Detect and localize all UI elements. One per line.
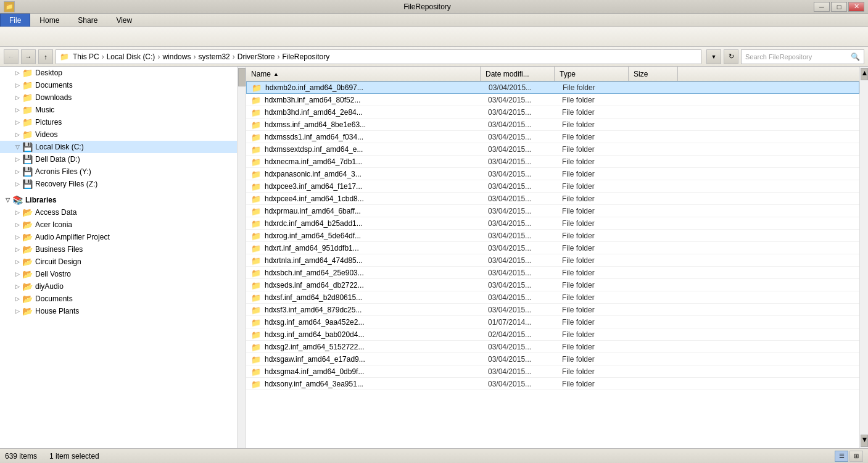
breadcrumb-local-disk[interactable]: Local Disk (C:) xyxy=(107,52,155,61)
table-row[interactable]: 📁 hdxmss.inf_amd64_8be1e63... 03/04/2015… xyxy=(246,119,859,131)
sidebar-item-local-disk[interactable]: ▽ 💾 Local Disk (C:) xyxy=(0,141,237,153)
file-type: File folder xyxy=(557,244,631,252)
drive-icon: 💾 xyxy=(22,179,33,189)
file-list-scrollbar[interactable]: ▲ ▼ xyxy=(859,67,868,448)
sidebar-item-house-plants[interactable]: ▷ 📂 House Plants xyxy=(0,305,237,317)
expand-icon: ▷ xyxy=(12,257,22,267)
tab-home[interactable]: Home xyxy=(30,14,68,27)
table-row[interactable]: 📁 hdxsg2.inf_amd64_5152722... 03/04/2015… xyxy=(246,341,859,353)
table-row[interactable]: 📁 hdxpcee4.inf_amd64_1cbd8... 03/04/2015… xyxy=(246,193,859,205)
breadcrumb-folder-icon: 📁 xyxy=(60,52,69,61)
table-row[interactable]: 📁 hdxrog.inf_amd64_5de64df... 03/04/2015… xyxy=(246,230,859,242)
col-header-name[interactable]: Name ▲ xyxy=(246,67,481,81)
sidebar-item-music[interactable]: ▷ 📁 Music xyxy=(0,104,237,116)
table-row[interactable]: 📁 hdxnecma.inf_amd64_7db1... 03/04/2015.… xyxy=(246,156,859,168)
scrollbar-thumb-top[interactable]: ▲ xyxy=(861,68,868,80)
library-folder-icon: 📂 xyxy=(22,232,33,242)
scrollbar-thumb[interactable] xyxy=(238,68,246,86)
nav-up-button[interactable]: ↑ xyxy=(38,49,53,64)
col-header-date[interactable]: Date modifi... xyxy=(481,67,555,81)
tab-file[interactable]: File xyxy=(0,14,30,27)
table-row[interactable]: 📁 hdxmb3h.inf_amd64_80f52... 03/04/2015.… xyxy=(246,94,859,106)
col-header-type[interactable]: Type xyxy=(555,67,629,81)
search-icon[interactable]: 🔍 xyxy=(851,52,860,61)
sidebar-item-acronis[interactable]: ▷ 💾 Acronis Files (Y:) xyxy=(0,165,237,178)
app-icon: 📁 xyxy=(4,1,15,12)
table-row[interactable]: 📁 hdxsg.inf_amd64_9aa452e2... 01/07/2014… xyxy=(246,316,859,328)
sidebar-item-desktop[interactable]: ▷ 📁 Desktop xyxy=(0,67,237,79)
table-row[interactable]: 📁 hdxrtnla.inf_amd64_474d85... 03/04/201… xyxy=(246,254,859,267)
table-row[interactable]: 📁 hdxmb2o.inf_amd64_0b697... 03/04/2015.… xyxy=(246,81,859,94)
nav-back-button[interactable]: ← xyxy=(4,49,19,64)
table-row[interactable]: 📁 hdxsgaw.inf_amd64_e17ad9... 03/04/2015… xyxy=(246,353,859,365)
file-type: File folder xyxy=(557,207,631,215)
file-date: 03/04/2015... xyxy=(483,170,557,178)
sidebar-item-dell-vostro[interactable]: ▷ 📂 Dell Vostro xyxy=(0,268,237,280)
table-row[interactable]: 📁 hdxrt.inf_amd64_951ddfb1... 03/04/2015… xyxy=(246,242,859,254)
breadcrumb-this-pc[interactable]: This PC xyxy=(73,52,99,61)
view-tiles-button[interactable]: ⊞ xyxy=(849,451,863,462)
status-view-buttons: ☰ ⊞ xyxy=(835,451,863,462)
folder-icon: 📁 xyxy=(22,93,33,102)
sidebar-item-videos[interactable]: ▷ 📁 Videos xyxy=(0,128,237,141)
search-bar[interactable]: Search FileRepository 🔍 xyxy=(741,49,864,64)
drive-icon: 💾 xyxy=(22,142,33,152)
file-date: 03/04/2015... xyxy=(483,157,557,166)
table-row[interactable]: 📁 hdxseds.inf_amd64_db2722... 03/04/2015… xyxy=(246,279,859,291)
sidebar-item-diy-audio[interactable]: ▷ 📂 diyAudio xyxy=(0,280,237,293)
table-row[interactable]: 📁 hdxsony.inf_amd64_3ea951... 03/04/2015… xyxy=(246,378,859,390)
sidebar-section-libraries[interactable]: ▽ 📚 Libraries xyxy=(0,194,237,206)
breadcrumb-system32[interactable]: system32 xyxy=(198,52,229,61)
sidebar-item-documents[interactable]: ▷ 📁 Documents xyxy=(0,79,237,91)
sidebar-item-business[interactable]: ▷ 📂 Business Files xyxy=(0,243,237,256)
sidebar-item-recovery[interactable]: ▷ 💾 Recovery Files (Z:) xyxy=(0,178,237,190)
view-details-button[interactable]: ☰ xyxy=(835,451,848,462)
file-folder-icon: 📁 xyxy=(251,182,262,191)
breadcrumb-windows[interactable]: windows xyxy=(162,52,191,61)
file-name: hdxsbch.inf_amd64_25e903... xyxy=(265,269,483,277)
file-folder-icon: 📁 xyxy=(251,306,262,314)
breadcrumb-filerepository[interactable]: FileRepository xyxy=(282,52,329,61)
file-date: 03/04/2015... xyxy=(483,207,557,215)
sidebar-scrollbar[interactable] xyxy=(238,67,246,448)
refresh-button[interactable]: ↻ xyxy=(724,49,738,64)
table-row[interactable]: 📁 hdxmb3hd.inf_amd64_2e84... 03/04/2015.… xyxy=(246,106,859,119)
breadcrumb-dropdown-button[interactable]: ▼ xyxy=(706,49,721,64)
sidebar-item-audio-amp[interactable]: ▷ 📂 Audio Amplifier Project xyxy=(0,231,237,243)
sidebar-item-circuit[interactable]: ▷ 📂 Circuit Design xyxy=(0,256,237,268)
tab-share[interactable]: Share xyxy=(68,14,107,27)
file-name: hdxsony.inf_amd64_3ea951... xyxy=(265,380,483,388)
table-row[interactable]: 📁 hdxpcee3.inf_amd64_f1e17... 03/04/2015… xyxy=(246,180,859,193)
table-row[interactable]: 📁 hdxsg.inf_amd64_bab020d4... 02/04/2015… xyxy=(246,328,859,341)
sidebar-item-acer-iconia[interactable]: ▷ 📂 Acer Iconia xyxy=(0,219,237,231)
sidebar-item-pictures[interactable]: ▷ 📁 Pictures xyxy=(0,116,237,128)
scrollbar-thumb-bottom[interactable]: ▼ xyxy=(861,435,868,447)
nav-forward-button[interactable]: → xyxy=(21,49,36,64)
expand-icon: ▷ xyxy=(12,154,22,164)
ribbon-bar xyxy=(0,27,868,47)
table-row[interactable]: 📁 hdxrdc.inf_amd64_b25add1... 03/04/2015… xyxy=(246,217,859,230)
sidebar-item-docs2[interactable]: ▷ 📂 Documents xyxy=(0,293,237,305)
file-date: 03/04/2015... xyxy=(484,83,558,92)
sidebar-item-access-data[interactable]: ▷ 📂 Access Data xyxy=(0,206,237,219)
sidebar-item-downloads[interactable]: ▷ 📁 Downloads xyxy=(0,91,237,104)
expand-icon: ▷ xyxy=(12,68,22,78)
col-header-size[interactable]: Size xyxy=(629,67,678,81)
table-row[interactable]: 📁 hdxsbch.inf_amd64_25e903... 03/04/2015… xyxy=(246,267,859,279)
breadcrumb-driverstore[interactable]: DriverStore xyxy=(238,52,275,61)
table-row[interactable]: 📁 hdxmssextdsp.inf_amd64_e... 03/04/2015… xyxy=(246,143,859,156)
table-row[interactable]: 📁 hdxpanasonic.inf_amd64_3... 03/04/2015… xyxy=(246,168,859,180)
table-row[interactable]: 📁 hdxsf3.inf_amd64_879dc25... 03/04/2015… xyxy=(246,304,859,316)
sidebar-item-dell-data[interactable]: ▷ 💾 Dell Data (D:) xyxy=(0,153,237,165)
close-button[interactable]: ✕ xyxy=(848,2,864,12)
file-name: hdxmssextdsp.inf_amd64_e... xyxy=(265,145,483,154)
table-row[interactable]: 📁 hdxprmau.inf_amd64_6baff... 03/04/2015… xyxy=(246,205,859,217)
minimize-button[interactable]: ─ xyxy=(814,2,830,12)
maximize-button[interactable]: □ xyxy=(831,2,847,12)
tab-view[interactable]: View xyxy=(107,14,141,27)
table-row[interactable]: 📁 hdxsf.inf_amd64_b2d80615... 03/04/2015… xyxy=(246,291,859,304)
file-name: hdxseds.inf_amd64_db2722... xyxy=(265,281,483,290)
table-row[interactable]: 📁 hdxmssds1.inf_amd64_f034... 03/04/2015… xyxy=(246,131,859,143)
table-row[interactable]: 📁 hdxsgma4.inf_amd64_0db9f... 03/04/2015… xyxy=(246,365,859,378)
file-type: File folder xyxy=(557,145,631,154)
